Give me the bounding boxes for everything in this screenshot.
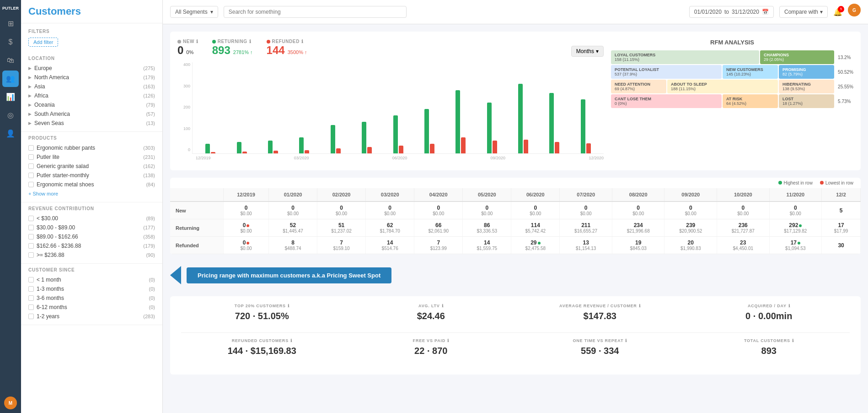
bar-green (393, 115, 398, 153)
revenue-item[interactable]: $30.00 - $89.00(177) (28, 223, 155, 232)
metrics-bottom-grid: REFUNDED CUSTOMERS ℹ 144 · $15,169.83 FR… (181, 338, 850, 356)
stat-refunded-label: REFUNDED ℹ (267, 39, 307, 44)
row-label-cell: Refunded (170, 237, 224, 254)
filters-label: FILTERS (28, 29, 155, 34)
metrics-section: TOP 20% CUSTOMERS ℹ 720 · 51.05% AVG. LT… (170, 296, 861, 375)
product-item[interactable]: Ergonomic rubber pants(303) (28, 143, 155, 152)
metric-divider (181, 332, 850, 333)
table-data-cell: 14$514.76 (366, 237, 414, 254)
rfm-at-risk: AT RISK 64 (4.52%) (723, 94, 778, 108)
table-header-cell: 11/2020 (769, 188, 822, 201)
bar-green (424, 109, 429, 153)
table-data-cell: 17$1,094.53 (769, 237, 822, 254)
chevron-down-icon3: ▾ (596, 48, 599, 54)
table-data-cell: 51$1,237.02 (317, 219, 366, 237)
banner-text: Pricing range with maximum customers a.k… (187, 267, 391, 283)
rfm-pcts: 13.2% 50.52% 25.55% 5.73% (836, 50, 853, 108)
bar-red (367, 147, 372, 153)
bar-red (461, 137, 466, 153)
date-to-label: to (724, 9, 729, 15)
sidebar-icon-goals[interactable]: ◎ (2, 107, 19, 124)
revenue-items: < $30.00(89)$30.00 - $89.00(177)$89.00 -… (28, 214, 155, 260)
user-avatar[interactable]: M (4, 397, 17, 409)
table-header-cell: 03/2020 (366, 188, 414, 201)
revenue-group: REVENUE CONTRIBUTION < $30.00(89)$30.00 … (21, 202, 162, 264)
sidebar-icon-revenue[interactable]: $ (2, 34, 19, 50)
table-data-cell: 234$21,996.68 (612, 219, 664, 237)
segment-select[interactable]: All Segments ▾ (170, 6, 218, 18)
product-item[interactable]: Generic granite salad(162) (28, 162, 155, 171)
revenue-item[interactable]: >= $236.88(90) (28, 250, 155, 260)
revenue-item[interactable]: < $30.00(89) (28, 214, 155, 223)
bar-group (540, 62, 568, 153)
sidebar-icon-profile[interactable]: 👤 (2, 125, 19, 142)
bar-green (581, 99, 585, 153)
show-more-button[interactable]: + Show more (28, 189, 155, 198)
table-row: Refunded0$0.008$488.747$159.1014$514.767… (170, 237, 861, 254)
chart-left: NEW ℹ 0 0% RETURNING ℹ (177, 39, 604, 163)
bar-group (227, 62, 256, 153)
metric-refunded-label: REFUNDED CUSTOMERS ℹ (232, 338, 292, 343)
stat-refunded-value: 144 (267, 44, 285, 57)
rfm-hibernating: HIBERNATING 138 (9.53%) (779, 80, 834, 93)
stat-new-value: 0 (177, 44, 183, 57)
bar-red (430, 144, 434, 153)
rfm-about-to-sleep: ABOUT TO SLEEP 188 (11.15%) (667, 80, 778, 93)
sidebar-icon-orders[interactable]: 🛍 (2, 52, 19, 69)
customer-since-item[interactable]: 6-12 months(0) (28, 303, 155, 312)
product-item[interactable]: Putler lite(231) (28, 152, 155, 162)
rfm-loyal: LOYAL CUSTOMERS 158 (11.15%) (611, 50, 759, 64)
sidebar-icon-customers[interactable]: 👥 (2, 71, 19, 87)
location-item[interactable]: ▶Asia(163) (28, 82, 155, 91)
location-item[interactable]: ▶Oceania(79) (28, 100, 155, 109)
customer-since-group: CUSTOMER SINCE < 1 month(0)1-3 months(0)… (21, 264, 162, 325)
months-button[interactable]: Months ▾ (571, 46, 604, 57)
product-item[interactable]: Putler starter-monthly(138) (28, 171, 155, 180)
customer-since-item[interactable]: < 1 month(0) (28, 275, 155, 284)
bar-group (446, 62, 475, 153)
bar-green (455, 90, 460, 153)
location-item[interactable]: ▶Europe(275) (28, 64, 155, 73)
table-data-cell: 114$5,742.42 (511, 219, 560, 237)
bar-red (493, 141, 497, 153)
table-data-cell: 0$0.00 (612, 201, 664, 219)
revenue-item[interactable]: $89.00 - $162.66(358) (28, 232, 155, 241)
table-header-cell: 02/2020 (317, 188, 366, 201)
table-header-cell: 06/2020 (511, 188, 560, 201)
bar-red (305, 150, 309, 153)
search-input[interactable] (224, 6, 407, 18)
bar-red (586, 143, 591, 153)
bar-green (518, 84, 523, 153)
metric-one-time: ONE TIME VS REPEAT ℹ 559 · 334 (519, 338, 681, 356)
date-range[interactable]: 01/01/2020 to 31/12/2020 📅 (689, 6, 774, 18)
customers-table: 12/201901/202002/202003/202004/202005/20… (170, 188, 861, 254)
rfm-new-customers: NEW CUSTOMERS 145 (10.23%) (723, 65, 778, 79)
sidebar-icon-dashboard[interactable]: ⊞ (2, 16, 19, 32)
table-data-cell: 19$845.03 (612, 237, 664, 254)
location-item[interactable]: ▶Seven Seas(13) (28, 119, 155, 128)
customer-since-item[interactable]: 1-3 months(0) (28, 284, 155, 293)
sidebar-icon-analytics[interactable]: 📊 (2, 89, 19, 105)
bar-group (572, 62, 600, 153)
location-item[interactable]: ▶Africa(126) (28, 91, 155, 100)
revenue-item[interactable]: $162.66 - $236.88(179) (28, 241, 155, 250)
customer-since-item[interactable]: 1-2 years(283) (28, 312, 155, 321)
bar-green (487, 103, 492, 153)
bar-group (259, 62, 287, 153)
chevron-down-icon2: ▾ (820, 9, 823, 15)
compare-button[interactable]: Compare with ▾ (779, 6, 828, 18)
product-item[interactable]: Ergonomic metal shoes(84) (28, 180, 155, 189)
add-filter-button[interactable]: Add filter (28, 38, 58, 47)
location-item[interactable]: ▶South America(57) (28, 109, 155, 119)
table-body: New0$0.000$0.000$0.000$0.000$0.000$0.000… (170, 201, 861, 254)
table-data-cell: 7$159.10 (317, 237, 366, 254)
table-row: Returning0$0.0052$1,445.4751$1,237.0262$… (170, 219, 861, 237)
notification-icon[interactable]: 🔔 5 (833, 8, 842, 16)
topbar-avatar[interactable]: G (848, 4, 861, 16)
products-items: Ergonomic rubber pants(303)Putler lite(2… (28, 143, 155, 189)
customer-since-item[interactable]: 3-6 months(0) (28, 293, 155, 303)
notification-badge: 5 (838, 6, 844, 12)
location-item[interactable]: ▶North America(179) (28, 73, 155, 82)
table-header-cell: 12/2019 (224, 188, 269, 201)
table-data-cell: 239$20,900.52 (664, 219, 717, 237)
